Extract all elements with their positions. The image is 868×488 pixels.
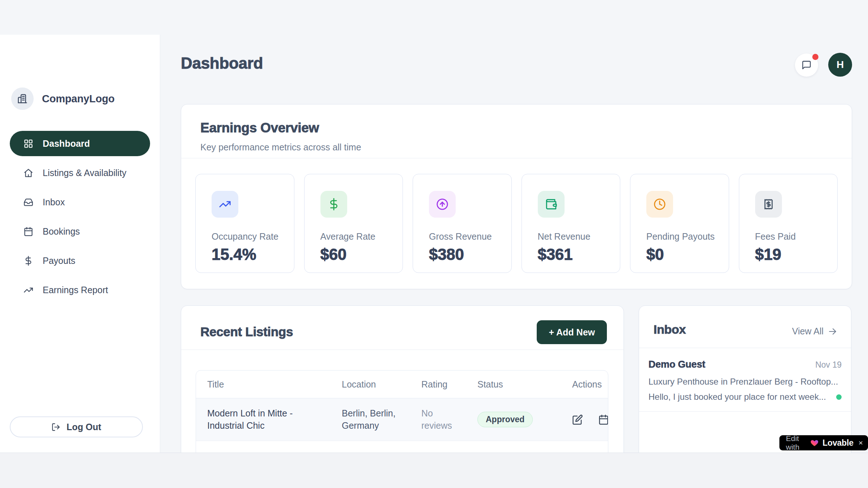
unread-dot	[836, 394, 842, 400]
chat-bubble-icon	[801, 60, 812, 70]
column-header-status: Status	[477, 379, 572, 390]
listing-status-cell: Approved	[477, 412, 572, 427]
inbox-message[interactable]: Demo Guest Nov 19 Luxury Penthouse in Pr…	[639, 348, 851, 412]
grid-icon	[24, 139, 33, 149]
dollar-sign-icon	[24, 256, 33, 266]
clock-icon	[646, 191, 673, 218]
metric-value: $60	[320, 245, 396, 264]
logout-button[interactable]: Log Out	[10, 416, 143, 437]
inbox-title: Inbox	[654, 322, 686, 337]
metrics-row: Occupancy Rate 15.4% Average Rate $60	[195, 174, 838, 273]
sidebar-item-label: Inbox	[43, 197, 65, 207]
metric-card-pending-payouts: Pending Payouts $0	[630, 174, 729, 273]
metric-label: Fees Paid	[755, 231, 830, 242]
avatar[interactable]: H	[828, 53, 852, 77]
divider	[181, 158, 852, 158]
arrow-up-circle-icon	[429, 191, 456, 218]
table-row[interactable]: Modern Loft in Mitte - Industrial Chic B…	[196, 398, 608, 441]
listing-location: Berlin, Berlin, Germany	[342, 407, 421, 432]
message-listing: Luxury Penthouse in Prenzlauer Berg - Ro…	[648, 377, 842, 387]
sidebar-item-label: Payouts	[43, 256, 75, 266]
divider	[181, 350, 624, 350]
lovable-label: Lovable	[822, 438, 854, 448]
message-date: Nov 19	[815, 360, 842, 370]
sidebar-item-label: Earnings Report	[43, 285, 108, 295]
listing-actions	[572, 414, 608, 425]
earnings-subtitle: Key performance metrics across all time	[200, 142, 361, 153]
sidebar-item-inbox[interactable]: Inbox	[10, 189, 150, 215]
page-title: Dashboard	[181, 54, 263, 72]
metric-value: 15.4%	[212, 245, 287, 264]
brand-name: CompanyLogo	[42, 93, 115, 105]
trending-up-icon	[24, 285, 33, 295]
wallet-icon	[538, 191, 565, 218]
logout-label: Log Out	[67, 422, 101, 432]
receipt-icon	[755, 191, 782, 218]
add-new-button[interactable]: + Add New	[537, 320, 607, 344]
sidebar-item-dashboard[interactable]: Dashboard	[10, 131, 150, 156]
metric-label: Occupancy Rate	[212, 231, 287, 242]
calendar-icon[interactable]	[598, 414, 608, 425]
metric-value: $361	[538, 245, 613, 264]
sidebar-item-label: Bookings	[43, 226, 80, 237]
metric-label: Net Revenue	[538, 231, 613, 242]
view-all-link[interactable]: View All	[792, 326, 837, 337]
metric-card-fees-paid: Fees Paid $19	[739, 174, 838, 273]
metric-card-average-rate: Average Rate $60	[304, 174, 403, 273]
metric-label: Average Rate	[320, 231, 396, 242]
metric-card-net-revenue: Net Revenue $361	[522, 174, 621, 273]
view-all-label: View All	[792, 326, 824, 337]
metric-card-gross-revenue: Gross Revenue $380	[413, 174, 512, 273]
metric-label: Gross Revenue	[429, 231, 504, 242]
edit-with-lovable-badge[interactable]: Edit with Lovable ×	[779, 435, 868, 450]
close-icon[interactable]: ×	[859, 438, 863, 447]
calendar-icon	[24, 227, 33, 236]
listing-rating: No reviews	[421, 407, 477, 432]
listing-title: Modern Loft in Mitte - Industrial Chic	[207, 407, 342, 432]
sidebar-nav: Dashboard Listings & Availability Inb	[10, 131, 150, 303]
edit-icon[interactable]	[572, 414, 583, 425]
sidebar-item-listings[interactable]: Listings & Availability	[10, 160, 150, 185]
column-header-title: Title	[207, 379, 342, 390]
dollar-sign-icon	[320, 191, 347, 218]
message-preview: Hello, I just booked your place for next…	[648, 392, 826, 402]
sidebar: CompanyLogo Dashboard Listings &	[0, 35, 160, 453]
table-header-row: Title Location Rating Status Actions	[196, 371, 608, 398]
metric-label: Pending Payouts	[646, 231, 722, 242]
column-header-rating: Rating	[421, 379, 477, 390]
viewport-footer-band	[0, 453, 868, 488]
notification-dot	[812, 54, 818, 60]
dashboard-page: CompanyLogo Dashboard Listings &	[0, 0, 868, 488]
company-logo-icon	[11, 87, 34, 110]
brand: CompanyLogo	[11, 87, 115, 110]
metric-value: $0	[646, 245, 722, 264]
sidebar-item-label: Dashboard	[43, 138, 90, 149]
inbox-icon	[24, 197, 33, 207]
lovable-prefix: Edit with	[786, 434, 807, 451]
column-header-location: Location	[342, 379, 421, 390]
logout-icon	[51, 423, 60, 432]
earnings-title: Earnings Overview	[200, 120, 319, 136]
metric-card-occupancy-rate: Occupancy Rate 15.4%	[195, 174, 294, 273]
sidebar-item-earnings-report[interactable]: Earnings Report	[10, 277, 150, 303]
column-header-actions: Actions	[572, 379, 608, 390]
arrow-right-icon	[828, 327, 837, 336]
metric-value: $380	[429, 245, 504, 264]
trending-up-icon	[212, 191, 238, 218]
earnings-overview-card: Earnings Overview Key performance metric…	[181, 104, 852, 289]
recent-listings-title: Recent Listings	[200, 325, 293, 339]
messages-button[interactable]	[795, 53, 818, 77]
metric-value: $19	[755, 245, 830, 264]
sidebar-item-payouts[interactable]: Payouts	[10, 248, 150, 273]
sidebar-item-bookings[interactable]: Bookings	[10, 219, 150, 244]
home-icon	[24, 168, 33, 178]
sidebar-item-label: Listings & Availability	[43, 168, 127, 178]
status-badge: Approved	[477, 412, 533, 427]
message-sender: Demo Guest	[648, 359, 705, 370]
heart-icon	[810, 438, 819, 447]
avatar-initial: H	[837, 59, 844, 70]
